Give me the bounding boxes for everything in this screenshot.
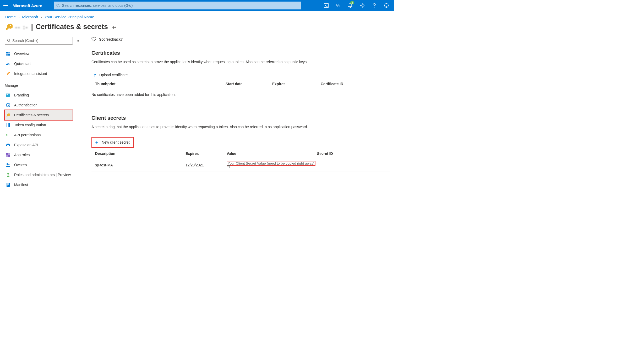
- global-search[interactable]: [54, 2, 301, 9]
- upload-icon: [93, 73, 97, 77]
- svg-rect-12: [6, 54, 8, 56]
- sidebar-item-label: Authentication: [14, 103, 37, 107]
- sidebar-item-label: App roles: [14, 153, 30, 157]
- svg-point-4: [374, 7, 375, 8]
- col-expires: Expires: [185, 151, 227, 156]
- svg-rect-20: [8, 123, 9, 127]
- svg-point-8: [7, 39, 10, 41]
- svg-rect-25: [8, 153, 10, 155]
- main-content: Got feedback? Certificates Certificates …: [85, 37, 394, 190]
- svg-point-6: [385, 5, 386, 5]
- col-secret-id: Secret ID: [317, 151, 390, 156]
- client-secrets-description: A secret string that the application use…: [91, 125, 390, 129]
- svg-point-30: [7, 173, 9, 175]
- sidebar-item-token-configuration[interactable]: Token configuration: [5, 120, 85, 130]
- cloud-shell-icon[interactable]: [320, 0, 332, 11]
- pin-icon[interactable]: [111, 23, 118, 31]
- sidebar-item-branding[interactable]: Branding: [5, 90, 85, 100]
- collapse-sidebar-icon[interactable]: «: [77, 39, 79, 43]
- page-heading: -- :- | Certificates & secrets ⋯: [0, 22, 394, 37]
- page-title: Certificates & secrets: [36, 23, 108, 31]
- top-bar: Microsoft Azure 3: [0, 0, 394, 11]
- svg-rect-17: [7, 94, 8, 95]
- app-roles-icon: [5, 153, 11, 157]
- heart-icon: [91, 37, 96, 41]
- svg-point-14: [6, 64, 8, 65]
- sidebar-item-label: Roles and administrators | Preview: [14, 173, 71, 177]
- branding-icon: [5, 94, 11, 97]
- svg-point-15: [8, 73, 9, 74]
- overview-icon: [5, 52, 11, 56]
- plus-icon: ＋: [94, 139, 99, 145]
- breadcrumb-home[interactable]: Home: [5, 15, 16, 19]
- chevron-right-icon: ›: [39, 15, 43, 19]
- sidebar-item-owners[interactable]: Owners: [5, 160, 85, 170]
- breadcrumb: Home › Microsoft › Your Service Principa…: [0, 11, 394, 22]
- sidebar-item-label: Manifest: [14, 183, 28, 187]
- feedback-label: Got feedback?: [99, 37, 123, 41]
- copy-icon[interactable]: [227, 165, 317, 169]
- client-secrets-heading: Client secrets: [91, 115, 390, 121]
- sidebar-item-app-roles[interactable]: App roles: [5, 150, 85, 160]
- sidebar-search[interactable]: [5, 37, 73, 45]
- sidebar-item-authentication[interactable]: Authentication: [5, 100, 85, 110]
- sidebar-item-label: Token configuration: [14, 123, 46, 127]
- sidebar-item-label: API permissions: [14, 133, 41, 137]
- directories-icon[interactable]: [332, 0, 344, 11]
- col-start-date: Start date: [226, 82, 272, 86]
- api-permissions-icon: [5, 133, 11, 137]
- svg-rect-19: [7, 123, 7, 127]
- help-icon[interactable]: [369, 0, 380, 11]
- certificates-table-header: Thumbprint Start date Expires Certificat…: [91, 82, 390, 88]
- svg-line-1: [59, 6, 60, 7]
- owners-icon: [5, 163, 11, 167]
- brand-label[interactable]: Microsoft Azure: [12, 3, 46, 8]
- svg-rect-23: [7, 135, 10, 135]
- upload-certificate-button[interactable]: Upload certificate: [91, 72, 129, 78]
- menu-icon[interactable]: [0, 4, 12, 7]
- sidebar-item-label: Integration assistant: [14, 72, 47, 76]
- expose-api-icon: [5, 143, 11, 146]
- feedback-link[interactable]: Got feedback?: [91, 37, 390, 44]
- svg-point-3: [362, 5, 363, 6]
- sidebar-item-label: Certificates & secrets: [14, 113, 49, 117]
- sidebar-item-overview[interactable]: Overview: [5, 49, 85, 59]
- feedback-face-icon[interactable]: [381, 0, 392, 11]
- sidebar-item-roles-administrators[interactable]: Roles and administrators | Preview: [5, 170, 85, 180]
- auth-icon: [5, 103, 11, 107]
- secret-value-cell: Your Client Secret Value (need to be cop…: [227, 161, 317, 169]
- svg-rect-34: [7, 185, 8, 186]
- more-icon[interactable]: ⋯: [121, 23, 129, 31]
- notifications-icon[interactable]: 3: [345, 0, 356, 11]
- svg-rect-21: [9, 123, 10, 127]
- svg-rect-2: [324, 4, 329, 8]
- sidebar-item-expose-api[interactable]: Expose an API: [5, 140, 85, 150]
- sidebar-item-integration-assistant[interactable]: Integration assistant: [5, 69, 85, 79]
- sidebar-search-input[interactable]: [12, 39, 70, 43]
- global-search-input[interactable]: [62, 3, 298, 8]
- settings-icon[interactable]: [357, 0, 368, 11]
- breadcrumb-microsoft[interactable]: Microsoft: [22, 15, 38, 19]
- svg-point-7: [387, 5, 388, 5]
- sidebar: « Overview Quickstart Integration assist…: [0, 37, 85, 190]
- sidebar-item-api-permissions[interactable]: API permissions: [5, 130, 85, 140]
- svg-rect-26: [6, 155, 8, 157]
- certificates-heading: Certificates: [91, 50, 390, 56]
- svg-line-9: [9, 41, 10, 42]
- top-icons-group: 3: [320, 0, 394, 11]
- sidebar-item-certificates-secrets[interactable]: Certificates & secrets: [5, 110, 73, 120]
- page-title-separator: |: [31, 23, 33, 31]
- sidebar-item-quickstart[interactable]: Quickstart: [5, 59, 85, 69]
- breadcrumb-service-principal[interactable]: Your Service Principal Name: [44, 15, 94, 19]
- svg-point-22: [6, 134, 8, 136]
- new-client-secret-button[interactable]: ＋ New client secret: [91, 137, 134, 148]
- svg-point-0: [57, 4, 59, 6]
- sidebar-item-manifest[interactable]: Manifest: [5, 180, 85, 190]
- col-value: Value: [227, 151, 317, 156]
- col-certificate-id: Certificate ID: [321, 82, 390, 86]
- certificates-description: Certificates can be used as secrets to p…: [91, 60, 390, 64]
- svg-rect-27: [8, 155, 10, 157]
- notification-badge: 3: [350, 1, 354, 4]
- roles-admin-icon: [5, 173, 11, 177]
- sidebar-item-label: Quickstart: [14, 62, 31, 66]
